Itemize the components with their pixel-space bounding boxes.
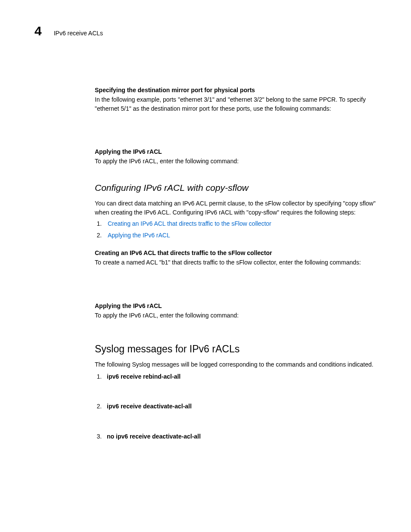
subheading: Applying the IPv6 rACL (95, 148, 162, 155)
syslog-list: ipv6 receive rebind-acl-all ipv6 receive… (95, 373, 383, 441)
body-text: To apply the IPv6 rACL, enter the follow… (95, 311, 383, 320)
chapter-number: 4 (34, 24, 42, 38)
section-title-syslog: Syslog messages for IPv6 rACLs (95, 343, 383, 355)
body-text: You can direct data matching an IPv6 ACL… (95, 199, 383, 217)
section-create-acl: Creating an IPv6 ACL that directs traffi… (95, 249, 383, 267)
command-text: ipv6 receive rebind-acl-all (107, 373, 181, 380)
header-title: IPv6 receive ACLs (54, 30, 103, 37)
main-content: Specifying the destination mirror port f… (95, 86, 383, 441)
section-apply-racl-1: Applying the IPv6 rACL To apply the IPv6… (95, 147, 383, 166)
list-item: ipv6 receive deactivate-acl-all (103, 402, 383, 411)
link-step-1[interactable]: Creating an IPv6 ACL that directs traffi… (108, 220, 271, 227)
document-page: 4 IPv6 receive ACLs Specifying the desti… (0, 0, 411, 486)
section-apply-racl-2: Applying the IPv6 rACL To apply the IPv6… (95, 302, 383, 320)
command-text: no ipv6 receive deactivate-acl-all (107, 433, 201, 440)
subheading: Applying the IPv6 rACL (95, 302, 162, 309)
section-title-configuring: Configuring IPv6 rACL with copy-sflow (95, 183, 383, 193)
list-item: no ipv6 receive deactivate-acl-all (103, 432, 383, 441)
body-text: To create a named ACL "b1" that directs … (95, 258, 383, 267)
list-item: Creating an IPv6 ACL that directs traffi… (103, 219, 383, 228)
command-text: ipv6 receive deactivate-acl-all (107, 403, 192, 410)
list-item: Applying the IPv6 rACL (103, 231, 383, 240)
steps-list: Creating an IPv6 ACL that directs traffi… (95, 219, 383, 240)
link-step-2[interactable]: Applying the IPv6 rACL (108, 232, 170, 239)
page-header: 4 IPv6 receive ACLs (34, 24, 383, 38)
subheading: Specifying the destination mirror port f… (95, 87, 255, 93)
list-item: ipv6 receive rebind-acl-all (103, 373, 383, 381)
body-text: The following Syslog messages will be lo… (95, 360, 383, 369)
section-mirror-port: Specifying the destination mirror port f… (95, 86, 383, 113)
body-text: In the following example, ports "etherne… (95, 95, 383, 113)
body-text: To apply the IPv6 rACL, enter the follow… (95, 157, 383, 165)
subheading: Creating an IPv6 ACL that directs traffi… (95, 249, 272, 256)
